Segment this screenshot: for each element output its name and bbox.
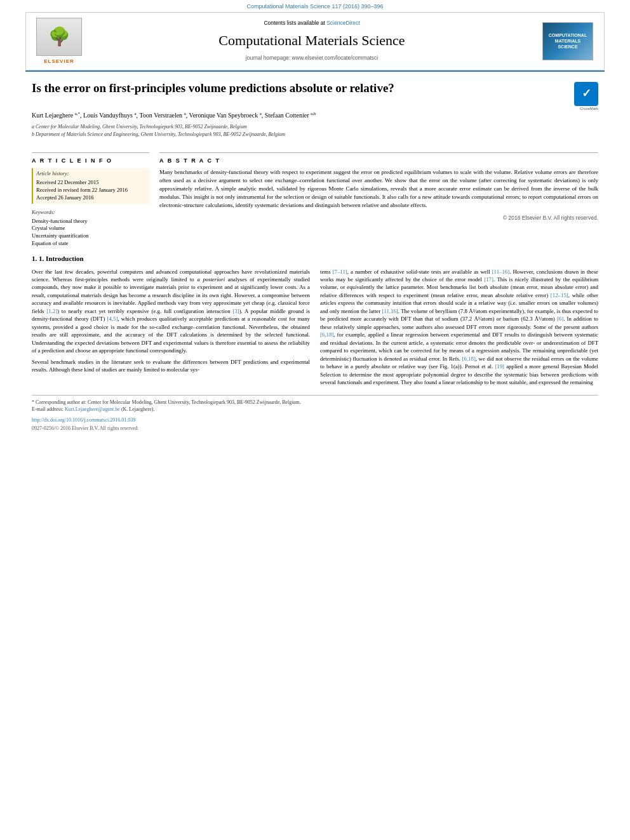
journal-title: Computational Materials Science (91, 31, 533, 51)
keyword-1: Density-functional theory (32, 218, 149, 225)
accepted-date: Accepted 26 January 2016 (36, 194, 146, 202)
abstract-heading: A B S T R A C T (159, 157, 598, 165)
copyright-line: © 2016 Elsevier B.V. All rights reserved… (159, 215, 598, 222)
elsevier-label: ELSEVIER (44, 58, 74, 65)
section-number: 1. (32, 255, 39, 262)
introduction-heading: 1. 1. Introduction (32, 254, 598, 263)
affiliation-b: b Department of Materials Science and En… (32, 131, 598, 138)
issn-line: 0927-0256/© 2016 Elsevier B.V. All right… (32, 425, 138, 431)
introduction-heading-text: 1. Introduction (39, 255, 84, 262)
journal-reference: Computational Materials Science 117 (201… (0, 0, 630, 12)
affiliation-a: a Center for Molecular Modeling, Ghent U… (32, 123, 598, 131)
footnote-email-suffix: (K. Lejaeghere). (121, 406, 155, 412)
intro-right-para-1: tems [7–11], a number of exhaustive soli… (320, 268, 598, 387)
footnote-email: E-mail address: Kurt.Lejaeghere@ugent.be… (32, 406, 598, 413)
journal-ref-text: Computational Materials Science 117 (201… (246, 3, 383, 10)
journal-homepage: journal homepage: www.elsevier.com/locat… (91, 55, 533, 62)
history-label: Article history: (36, 170, 146, 178)
received-date: Received 22 December 2015 (36, 179, 146, 187)
article-info-abstract-section: A R T I C L E I N F O Article history: R… (0, 149, 630, 248)
intro-para-2: Several benchmark studies in the literat… (32, 358, 310, 374)
footnote-star: * Corresponding author at: Center for Mo… (32, 399, 598, 406)
journal-logo: COMPUTATIONAL MATERIALS SCIENCE (542, 22, 593, 60)
elsevier-logo-section: 🌳 ELSEVIER (34, 18, 84, 65)
journal-header: 🌳 ELSEVIER Contents lists available at S… (25, 12, 605, 70)
article-history: Article history: Received 22 December 20… (32, 168, 149, 204)
keyword-4: Equation of state (32, 240, 149, 248)
revised-date: Received in revised form 22 January 2016 (36, 187, 146, 194)
abstract-column: A B S T R A C T Many benchmarks of densi… (159, 152, 598, 248)
journal-title-section: Contents lists available at ScienceDirec… (84, 20, 539, 62)
abstract-text: Many benchmarks of density-functional th… (159, 168, 598, 210)
footnote-email-link[interactable]: Kurt.Lejaeghere@ugent.be (65, 406, 120, 412)
crossmark-badge: ✓ (574, 82, 598, 106)
introduction-right-col: tems [7–11], a number of exhaustive soli… (320, 268, 598, 390)
article-title-section: Is the error on first-principles volume … (0, 72, 630, 149)
sciencedirect-label: Contents lists available at ScienceDirec… (91, 20, 533, 27)
journal-logo-section: COMPUTATIONAL MATERIALS SCIENCE (539, 22, 596, 60)
keyword-3: Uncertainty quantification (32, 232, 149, 240)
article-info-column: A R T I C L E I N F O Article history: R… (32, 152, 149, 248)
affiliations: a Center for Molecular Modeling, Ghent U… (32, 123, 598, 138)
keywords-label: Keywords: (32, 209, 149, 217)
authors-line: Kurt Lejaeghere a,*, Louis Vanduyfhuys a… (32, 111, 598, 120)
article-info-heading: A R T I C L E I N F O (32, 157, 149, 165)
doi-section: http://dx.doi.org/10.1016/j.commatsci.20… (0, 413, 630, 437)
introduction-body: Over the last few decades, powerful comp… (32, 268, 598, 390)
keyword-2: Crystal volume (32, 225, 149, 232)
sciencedirect-link[interactable]: ScienceDirect (326, 20, 359, 26)
footnote-section: * Corresponding author at: Center for Mo… (32, 395, 598, 413)
introduction-section: 1. 1. Introduction Over the last few dec… (0, 248, 630, 390)
introduction-left-col: Over the last few decades, powerful comp… (32, 268, 310, 390)
doi-link[interactable]: http://dx.doi.org/10.1016/j.commatsci.20… (32, 417, 135, 423)
keywords-section: Keywords: Density-functional theory Crys… (32, 209, 149, 248)
footnote-email-label: E-mail address: (32, 406, 64, 412)
elsevier-tree-graphic: 🌳 (36, 18, 82, 56)
article-title: Is the error on first-principles volume … (32, 81, 563, 97)
intro-para-1: Over the last few decades, powerful comp… (32, 268, 310, 355)
footnote-star-text: * Corresponding author at: Center for Mo… (32, 399, 301, 405)
